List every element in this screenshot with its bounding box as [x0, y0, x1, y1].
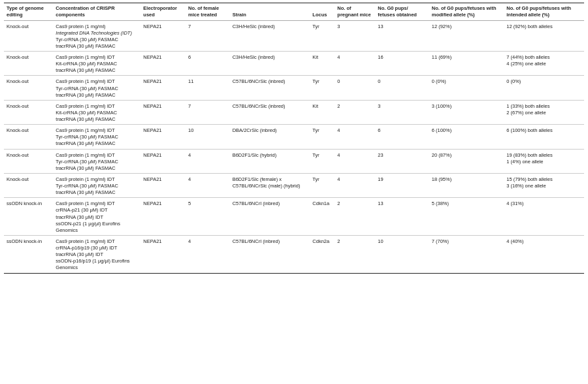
cell-nog0mod: 18 (95%)	[429, 173, 504, 197]
col-header-nopreg: No. of pregnant mice	[335, 3, 375, 21]
cell-nopreg: 2	[335, 198, 375, 236]
cell-nog0obt: 10	[375, 235, 429, 273]
table-row: ssODN knock-in Cas9 protein (1 mg/ml) ID…	[4, 235, 584, 273]
col-header-nog0obt: No. G0 pups/ fetuses obtained	[375, 3, 429, 21]
col-header-type: Type of genome editing	[4, 3, 53, 21]
cell-nofemale: 4	[186, 173, 230, 197]
table-row: Knock-out Cas9 protein (1 mg/ml) IDTTyr-…	[4, 76, 584, 100]
cell-nofemale: 6	[186, 52, 230, 76]
intended-allele-line: 6 (100%) both alleles	[506, 127, 552, 133]
cell-strain: B6D2F1/Slc (female) x C57BL/6NCrSlc (mal…	[230, 173, 310, 197]
intended-allele-line: 3 (16%) one allele	[506, 183, 546, 189]
concentration-line: Cas9 protein (1 mg/ml) IDT	[56, 127, 114, 133]
cell-nog0obt: 13	[375, 198, 429, 236]
cell-nog0intended: 0 (0%)	[504, 76, 584, 100]
intended-allele-line: 15 (79%) both alleles	[506, 176, 552, 182]
intended-allele-line: 0 (0%)	[506, 78, 521, 84]
cell-locus: Kit	[310, 52, 335, 76]
cell-locus: Tyr	[310, 20, 335, 52]
table-row: Knock-out Cas9 protein (1 mg/ml) IDTTyr-…	[4, 173, 584, 197]
concentration-line: tracrRNA (30 μM) FASMAC	[56, 189, 115, 195]
cell-type: ssODN knock-in	[4, 235, 53, 273]
col-header-strain: Strain	[230, 3, 310, 21]
cell-electroporator: NEPA21	[140, 198, 186, 236]
concentration-line: tracrRNA (30 μM) FASMAC	[56, 67, 115, 73]
cell-electroporator: NEPA21	[140, 100, 186, 124]
cell-nopreg: 3	[335, 20, 375, 52]
cell-nofemale: 5	[186, 198, 230, 236]
concentration-line: Cas9 protein (1 mg/ml) IDT	[56, 152, 114, 158]
table-row: Knock-out Cas9 protein (1 mg/ml) IDTKit-…	[4, 52, 584, 76]
cell-nog0intended: 4 (40%)	[504, 235, 584, 273]
cell-strain: C57BL/6NCrI (inbred)	[230, 235, 310, 273]
cell-nog0obt: 0	[375, 76, 429, 100]
cell-strain: C57BL/6NCrI (inbred)	[230, 198, 310, 236]
cell-nog0mod: 20 (87%)	[429, 149, 504, 173]
cell-nopreg: 4	[335, 125, 375, 149]
cell-nofemale: 4	[186, 149, 230, 173]
intended-allele-line: 1 (4%) one allele	[506, 159, 543, 165]
cell-nog0mod: 5 (38%)	[429, 198, 504, 236]
concentration-line: Tyr-crRNA (30 μM) FASMAC	[56, 37, 118, 42]
cell-strain: C57BL/6NCrSlc (inbred)	[230, 76, 310, 100]
cell-strain: C57BL/6NCrSlc (inbred)	[230, 100, 310, 124]
table-row: Knock-out Cas9 protein (1 mg/ml) IDTTyr-…	[4, 125, 584, 149]
cell-strain: C3H/HeSlc (inbred)	[230, 52, 310, 76]
concentration-line: tracrRNA (30 μM) FASMAC	[56, 43, 115, 49]
intended-allele-line: 4 (40%)	[506, 238, 523, 244]
cell-electroporator: NEPA21	[140, 173, 186, 197]
concentration-line: Cas9 protein (1 mg/ml) IDT	[56, 54, 114, 60]
cell-strain: C3H/HeSlc (inbred)	[230, 20, 310, 52]
cell-nog0obt: 23	[375, 149, 429, 173]
cell-concentration: Cas9 protein (1 mg/ml) IDTcrRNA-p16/p19 …	[53, 235, 140, 273]
cell-nog0mod: 11 (69%)	[429, 52, 504, 76]
col-header-concentration: Concentration of CRISPR components	[53, 3, 140, 21]
cell-locus: Tyr	[310, 173, 335, 197]
cell-concentration: Cas9 protein (1 mg/ml) IDTTyr-crRNA (30 …	[53, 125, 140, 149]
cell-locus: Tyr	[310, 125, 335, 149]
cell-type: Knock-out	[4, 76, 53, 100]
cell-electroporator: NEPA21	[140, 235, 186, 273]
cell-type: ssODN knock-in	[4, 198, 53, 236]
cell-concentration: Cas9 protein (1 mg/ml)Integrated DNA Tec…	[53, 20, 140, 52]
cell-nofemale: 4	[186, 235, 230, 273]
col-header-nog0intended: No. of G0 pups/fetuses with intended all…	[504, 3, 584, 21]
concentration-line: crRNA-p21 (30 μM) IDT	[56, 207, 107, 213]
cell-nopreg: 2	[335, 100, 375, 124]
cell-locus: Cdkn1a	[310, 198, 335, 236]
col-header-nog0mod: No. of G0 pups/fetuses with modified all…	[429, 3, 504, 21]
cell-nopreg: 4	[335, 173, 375, 197]
cell-nopreg: 2	[335, 235, 375, 273]
table-row: Knock-out Cas9 protein (1 mg/ml)Integrat…	[4, 20, 584, 52]
cell-nog0intended: 1 (33%) both alleles2 (67%) one allele	[504, 100, 584, 124]
cell-nog0intended: 12 (92%) both alleles	[504, 20, 584, 52]
cell-nog0mod: 7 (70%)	[429, 235, 504, 273]
cell-nog0intended: 19 (83%) both alleles1 (4%) one allele	[504, 149, 584, 173]
concentration-line: Tyr-crRNA (30 μM) FASMAC	[56, 86, 118, 91]
cell-nofemale: 7	[186, 100, 230, 124]
intended-allele-line: 1 (33%) both alleles	[506, 103, 549, 109]
table-row: Knock-out Cas9 protein (1 mg/ml) IDTTyr-…	[4, 149, 584, 173]
concentration-line: crRNA-p16/p19 (30 μM) IDT	[56, 245, 117, 251]
concentration-line: tracrRNA (30 μM) FASMAC	[56, 165, 115, 171]
cell-nog0mod: 12 (92%)	[429, 20, 504, 52]
cell-type: Knock-out	[4, 100, 53, 124]
concentration-line: Cas9 protein (1 mg/ml) IDT	[56, 103, 114, 109]
cell-nog0obt: 13	[375, 20, 429, 52]
concentration-line: tracrRNA (30 μM) IDT	[56, 251, 103, 257]
concentration-line: Tyr-crRNA (30 μM) FASMAC	[56, 159, 118, 165]
cell-electroporator: NEPA21	[140, 52, 186, 76]
cell-electroporator: NEPA21	[140, 125, 186, 149]
concentration-line: tracrRNA (30 μM) FASMAC	[56, 116, 115, 122]
intended-allele-line: 4 (25%) one allele	[506, 61, 546, 67]
concentration-line: Cas9 protein (1 mg/ml) IDT	[56, 200, 114, 206]
intended-allele-line: 12 (92%) both alleles	[506, 24, 552, 29]
intended-allele-line: 19 (83%) both alleles	[506, 152, 552, 158]
cell-locus: Tyr	[310, 149, 335, 173]
cell-nog0obt: 19	[375, 173, 429, 197]
col-header-nofemale: No. of female mice treated	[186, 3, 230, 21]
cell-nog0obt: 16	[375, 52, 429, 76]
concentration-line: Cas9 protein (1 mg/ml) IDT	[56, 238, 114, 244]
cell-nopreg: 4	[335, 149, 375, 173]
cell-nog0mod: 0 (0%)	[429, 76, 504, 100]
